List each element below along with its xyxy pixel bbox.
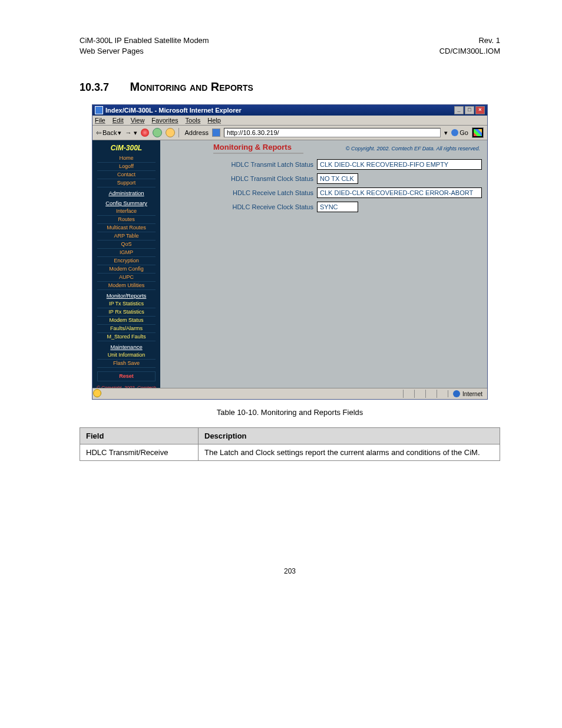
sidebar-item[interactable]: Faults/Alarms [97, 325, 156, 333]
sidebar-item[interactable]: Modem Utilities [97, 282, 156, 290]
address-page-icon [212, 129, 220, 137]
sidebar-item[interactable]: Encryption [97, 257, 156, 265]
sidebar-item[interactable]: IGMP [97, 249, 156, 257]
maximize-button[interactable]: □ [465, 106, 474, 114]
sidebar-item[interactable]: Logoff [97, 163, 156, 171]
table-header-description: Description [199, 428, 500, 444]
menu-bar: File Edit View Favorites Tools Help [92, 116, 487, 126]
sidebar-item[interactable]: AUPC [97, 274, 156, 282]
status-cell [437, 390, 448, 398]
header-left-line2: Web Server Pages [80, 47, 144, 55]
sidebar-brand: CiM-300L [92, 144, 160, 152]
status-zone: Internet [448, 390, 487, 397]
sidebar-item[interactable]: Multicast Routes [97, 224, 156, 232]
page-number: 203 [80, 567, 500, 575]
sidebar-item[interactable]: Routes [97, 216, 156, 224]
close-button[interactable]: × [475, 106, 485, 114]
sidebar-item[interactable]: Support [97, 179, 156, 187]
status-label: HDLC Receive Latch Status [160, 189, 317, 196]
section-heading: 10.3.7 Monitoring and Reports [80, 80, 500, 94]
sidebar-item[interactable]: ARP Table [97, 232, 156, 241]
status-row: HDLC Receive Latch StatusCLK DIED-CLK RE… [160, 186, 487, 200]
ie-icon [95, 106, 103, 114]
table-cell-field: HDLC Transmit/Receive [80, 444, 199, 461]
sidebar-item[interactable]: Unit Information [97, 351, 156, 360]
minimize-button[interactable]: _ [454, 106, 464, 114]
status-zone-label: Internet [462, 391, 482, 397]
status-left-icon [92, 389, 102, 398]
menu-help[interactable]: Help [207, 117, 221, 124]
embedded-screenshot: Index/CiM-300L - Microsoft Internet Expl… [92, 104, 488, 400]
status-value: CLK DIED-CLK RECOVERED-CRC ERROR-ABORT [317, 187, 482, 198]
window-titlebar[interactable]: Index/CiM-300L - Microsoft Internet Expl… [92, 105, 487, 116]
header-left-line1: CiM-300L IP Enabled Satellite Modem [80, 36, 209, 45]
sidebar-item[interactable]: IP Tx Statistics [97, 300, 156, 308]
sidebar-item[interactable]: Modem Status [97, 317, 156, 325]
header-left: CiM-300L IP Enabled Satellite Modem Web … [80, 35, 209, 57]
section-title: Monitoring and Reports [130, 80, 253, 93]
status-cell [414, 390, 425, 398]
sidebar-item[interactable]: Home [97, 154, 156, 163]
menu-tools[interactable]: Tools [186, 117, 201, 124]
sidebar-item[interactable]: Reset [97, 371, 156, 381]
go-button[interactable]: Go [451, 129, 468, 136]
status-value: NO TX CLK [317, 173, 358, 184]
status-value: SYNC [317, 202, 358, 212]
page-copyright: © Copyright. 2002. Comtech EF Data. All … [346, 146, 480, 151]
home-icon[interactable] [166, 128, 175, 137]
page-title: Monitoring & Reports [213, 143, 303, 154]
status-label: HDLC Transmit Latch Status [160, 161, 317, 168]
status-value: CLK DIED-CLK RECOVERED-FIFO EMPTY [317, 159, 482, 170]
sidebar: CiM-300L HomeLogoffContactSupportAdminis… [92, 140, 160, 388]
sidebar-item[interactable]: IP Rx Statistics [97, 308, 156, 317]
sidebar-item[interactable]: Contact [97, 171, 156, 179]
sidebar-item[interactable]: Monitor/Reports [97, 291, 156, 300]
stop-icon[interactable] [141, 129, 149, 137]
fields-table: Field Description HDLC Transmit/Receive … [80, 427, 500, 461]
sidebar-item[interactable]: Flash Save [97, 360, 156, 368]
sidebar-copyright: © Copyright. 2002. Comtech EF Data. All … [96, 385, 157, 388]
menu-file[interactable]: File [95, 117, 105, 124]
window-title: Index/CiM-300L - Microsoft Internet Expl… [105, 107, 454, 114]
sidebar-item[interactable]: Administration [97, 189, 156, 197]
header-right: Rev. 1 CD/CIM300L.IOM [439, 35, 500, 57]
sidebar-item[interactable]: QoS [97, 241, 156, 249]
table-cell-description: The Latch and Clock settings report the … [199, 444, 500, 461]
main-content: Monitoring & Reports © Copyright. 2002. … [160, 140, 487, 388]
status-row: HDLC Transmit Latch StatusCLK DIED-CLK R… [160, 157, 487, 172]
status-cell [425, 390, 437, 398]
status-label: HDLC Receive Clock Status [160, 203, 317, 210]
section-number: 10.3.7 [80, 81, 109, 93]
throbber-icon [472, 127, 484, 138]
table-row: HDLC Transmit/Receive The Latch and Cloc… [80, 444, 500, 461]
status-label: HDLC Transmit Clock Status [160, 175, 317, 182]
sidebar-item[interactable]: M_Stored Faults [97, 333, 156, 341]
content-frame: CiM-300L HomeLogoffContactSupportAdminis… [92, 140, 487, 388]
figure-caption: Table 10-10. Monitoring and Reports Fiel… [80, 408, 500, 417]
sidebar-item[interactable]: Maintenance [97, 342, 156, 351]
toolbar: ⇦ Back ▾ → ▾ Address http://10.6.30.219/… [92, 126, 487, 140]
header-right-line1: Rev. 1 [478, 36, 500, 45]
status-bar: Internet [92, 388, 487, 399]
refresh-icon[interactable] [153, 128, 162, 137]
back-button[interactable]: ⇦ Back ▾ [96, 129, 121, 137]
address-label: Address [185, 129, 209, 136]
status-row: HDLC Transmit Clock StatusNO TX CLK [160, 172, 487, 186]
menu-edit[interactable]: Edit [113, 117, 124, 124]
document-header: CiM-300L IP Enabled Satellite Modem Web … [80, 35, 500, 57]
address-input[interactable]: http://10.6.30.219/ [224, 128, 441, 137]
menu-favorites[interactable]: Favorites [151, 117, 178, 124]
internet-zone-icon [453, 390, 460, 397]
toolbar-separator [178, 128, 179, 137]
sidebar-item[interactable]: Modem Config [97, 265, 156, 274]
address-dropdown-icon[interactable]: ▾ [444, 129, 448, 137]
status-row: HDLC Receive Clock StatusSYNC [160, 200, 487, 214]
sidebar-item[interactable]: Config Summary [97, 199, 156, 207]
go-icon [451, 129, 458, 136]
status-cell [403, 390, 414, 398]
table-header-field: Field [80, 428, 199, 444]
forward-button[interactable]: → ▾ [125, 129, 137, 137]
menu-view[interactable]: View [131, 117, 145, 124]
header-right-line2: CD/CIM300L.IOM [439, 47, 500, 55]
sidebar-item[interactable]: Interface [97, 207, 156, 216]
